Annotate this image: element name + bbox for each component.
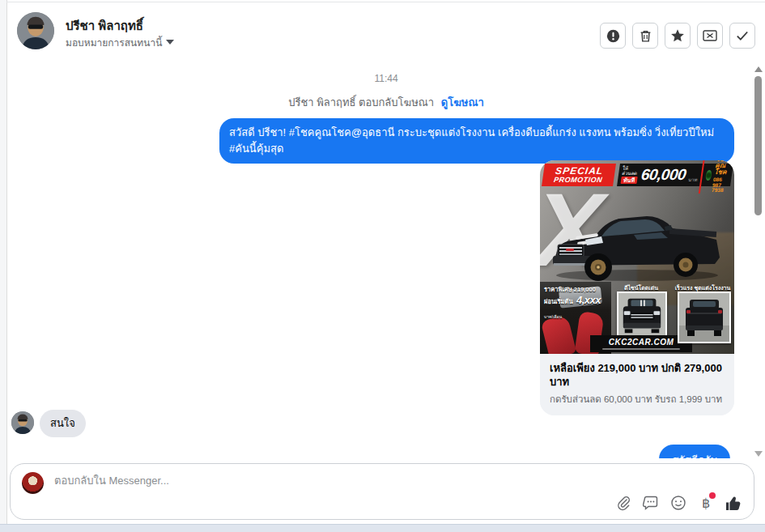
check-icon <box>735 28 750 43</box>
messenger-inbox-window: ปรีชา พิลาฤทธิ์ มอบหมายการสนทนานี้ <box>0 0 765 532</box>
discount-now-chip: ทันที <box>620 177 637 184</box>
discount-banner: ให้ส่วนลด ทันที 60,000 บาท โชคคูณโชค 086… <box>617 164 733 186</box>
composer-area: ฿ <box>7 458 765 525</box>
conversation-area: 11:44 ปรีชา พิลาฤทธิ์ ตอบกลับโฆษณา ดูโฆษ… <box>7 62 765 463</box>
outgoing-message-bubble: สวัสดี ปรีชา! #โชคคูณโชค@อุดธานี กระบะชุ… <box>219 118 734 164</box>
discount-label: ให้ส่วนลด <box>622 166 640 176</box>
truck-front-icon <box>618 293 665 335</box>
installment-value: 4,xxx <box>576 294 601 306</box>
assign-conversation-control[interactable]: มอบหมายการสนทนานี้ <box>66 35 174 49</box>
incoming-message-bubble: สนใจ <box>40 410 86 437</box>
attachment-button[interactable] <box>614 494 632 512</box>
installment-label: ผ่อนเริ่มต้น <box>544 298 573 305</box>
dealer-phone: 086 987 7938 <box>712 177 731 194</box>
system-event-text: ปรีชา พิลาฤทธิ์ ตอบกลับโฆษณา <box>288 96 434 109</box>
person-photo-icon <box>11 411 34 434</box>
contact-avatar[interactable] <box>17 12 54 49</box>
baht-icon: ฿ <box>702 496 710 511</box>
website-caption-line <box>602 348 680 350</box>
website-url: CKC2CAR.COM <box>609 338 674 347</box>
header-action-bar <box>600 23 755 49</box>
discount-unit: บาท <box>688 176 699 184</box>
report-button[interactable] <box>600 23 626 49</box>
scrollbar-thumb[interactable] <box>754 76 762 215</box>
thumbs-up-icon <box>725 494 742 512</box>
envelope-x-icon <box>703 28 717 43</box>
chevron-down-icon <box>166 40 174 45</box>
ad-bottom-collage: ราคาพิเศษ 219,000 ผ่อนเริ่มต้น 4,xxx บาท… <box>540 282 734 354</box>
reply-input[interactable] <box>53 474 461 487</box>
rear-view-panel: เร็วแรง ชุดแต่งโรงงาน <box>671 282 734 354</box>
contact-name: ปรีชา พิลาฤทธิ์ <box>66 16 143 36</box>
dealer-name: โชคคูณโชค <box>714 160 734 176</box>
scrollbar[interactable] <box>754 65 763 460</box>
badge-line2: PROMOTION <box>542 177 614 184</box>
installment-unit: บาท/เดือน <box>544 314 562 319</box>
person-photo-icon <box>17 12 54 49</box>
badge-line1: SPECIAL <box>543 166 616 177</box>
system-event-row: ปรีชา พิลาฤทธิ์ ตอบกลับโฆษณา ดูโฆษณา <box>7 94 765 111</box>
assign-conversation-label: มอบหมายการสนทนานี้ <box>66 35 162 50</box>
pickup-truck-illustration <box>546 202 728 282</box>
dealer-badge: โชคคูณโชค 086 987 7938 <box>699 160 733 194</box>
contact-avatar-small <box>11 411 34 434</box>
installment-text: ผ่อนเริ่มต้น 4,xxx บาท/เดือน <box>544 292 611 321</box>
conversation-header: ปรีชา พิลาฤทธิ์ มอบหมายการสนทนานี้ <box>7 2 765 62</box>
left-margin <box>0 0 7 525</box>
star-icon <box>670 28 685 43</box>
scroll-down-arrow-icon[interactable] <box>754 451 763 457</box>
front-view-photo <box>617 292 667 337</box>
paperclip-icon <box>616 496 631 511</box>
discount-label-group: ให้ส่วนลด ทันที <box>620 166 639 184</box>
ad-card[interactable]: X SERIES <box>540 160 734 415</box>
ad-card-title: เหลือเพียง 219,000 บาท ปกติ 279,000 บาท <box>550 361 725 389</box>
page-avatar <box>22 472 44 494</box>
timestamp: 11:44 <box>7 73 765 84</box>
follow-up-button[interactable] <box>665 23 691 49</box>
comment-dots-icon <box>643 495 659 511</box>
special-promotion-badge: SPECIAL PROMOTION <box>542 164 616 186</box>
saved-replies-button[interactable] <box>642 494 660 512</box>
view-ad-link[interactable]: ดูโฆษณา <box>441 96 484 109</box>
reply-box[interactable]: ฿ <box>10 463 754 520</box>
payment-button[interactable]: ฿ <box>697 494 715 512</box>
delete-button[interactable] <box>632 23 658 49</box>
dealer-logo-icon <box>705 170 712 181</box>
mark-done-button[interactable] <box>729 23 755 49</box>
ad-card-subtitle: กดรับส่วนลด 60,000 บาท รับรถ 1,999 บาท <box>550 392 725 406</box>
emoji-button[interactable] <box>669 494 687 512</box>
composer-toolbar: ฿ <box>614 494 742 512</box>
notification-dot <box>709 492 716 499</box>
truck-rear-icon <box>679 293 729 342</box>
front-view-panel: ดีไซน์โดดเด่น <box>611 282 671 354</box>
window-bottom-strip <box>0 524 765 532</box>
scroll-up-arrow-icon[interactable] <box>754 66 763 72</box>
ad-image: X SERIES <box>540 160 734 354</box>
like-button[interactable] <box>725 494 742 512</box>
discount-amount: 60,000 <box>640 166 686 184</box>
trash-icon <box>639 29 652 43</box>
report-icon <box>606 29 620 43</box>
smiley-icon <box>670 495 686 511</box>
ad-card-footer: เหลือเพียง 219,000 บาท ปกติ 279,000 บาท … <box>540 354 734 415</box>
rear-view-photo <box>678 292 731 343</box>
mark-unread-button[interactable] <box>697 23 723 49</box>
